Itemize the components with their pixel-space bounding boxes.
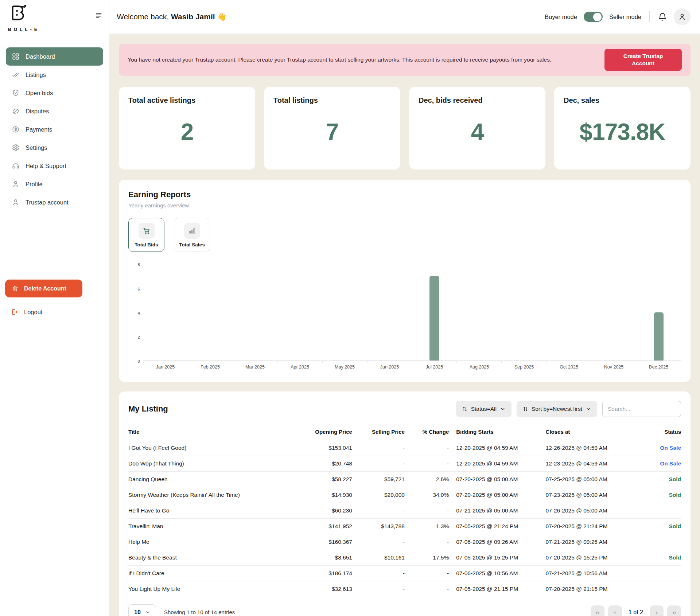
sidebar-item-label: Open bids: [26, 90, 53, 97]
sidebar-item-help-support[interactable]: Help & Support: [6, 157, 103, 175]
shield-check-icon: [12, 89, 20, 97]
profile-avatar[interactable]: [674, 8, 691, 25]
stat-card: Total active listings 2: [119, 87, 255, 169]
x-axis-label: Feb 2025: [188, 364, 233, 370]
pagination-last-button[interactable]: »: [667, 605, 681, 616]
column-title: Title: [128, 426, 297, 440]
cell-bidding-starts: 07-06-2025 @ 09:26 AM: [449, 534, 545, 550]
x-axis-label: Apr 2025: [277, 364, 322, 370]
status-filter-label: Status=All: [471, 406, 497, 412]
cell-opening-price: $8,651: [297, 550, 352, 566]
table-row: Travellin' Man $141,952 $143,788 1.3% 07…: [128, 519, 681, 534]
delete-account-button[interactable]: Delete Account: [5, 280, 82, 297]
chart-bar: [654, 312, 664, 361]
stat-value: 4: [419, 118, 536, 145]
logout-button[interactable]: Logout: [11, 308, 109, 316]
sidebar-item-label: Trustap account: [26, 199, 69, 206]
pagination-next-button[interactable]: ›: [650, 605, 664, 616]
tab-total-sales[interactable]: Total Sales: [174, 218, 210, 252]
sidebar-item-dashboard[interactable]: Dashboard: [6, 47, 103, 66]
chart-bars-icon: [184, 223, 200, 239]
stat-value: $173.8K: [564, 118, 681, 145]
headphones-icon: [12, 162, 20, 170]
cell-closes-at: 07-26-2025 @ 05:00 AM: [546, 503, 651, 519]
column-status: Status: [651, 426, 681, 440]
cell-title: He'll Have to Go: [128, 503, 297, 519]
grid-icon: [12, 52, 20, 61]
cell-opening-price: $186,174: [297, 566, 352, 581]
cell-percent-change: -: [405, 581, 449, 597]
sidebar-item-payments[interactable]: Payments: [6, 120, 103, 139]
y-axis-tick: 4: [138, 311, 140, 315]
chart-bar: [429, 276, 439, 360]
table-row: If I Didn't Care $186,174 - - 07-06-2025…: [128, 566, 681, 581]
trustap-alert-message: You have not created your Trustap accoun…: [128, 55, 595, 64]
x-axis-label: May 2025: [322, 364, 367, 370]
sidebar-nav: Dashboard Listings Open bids Disputes Pa…: [0, 47, 109, 211]
notifications-bell-icon[interactable]: [658, 12, 667, 22]
table-row: You Light Up My Life $32,613 - - 07-05-2…: [128, 581, 681, 597]
sidebar-item-disputes[interactable]: Disputes: [6, 102, 103, 120]
cell-status: [651, 503, 681, 519]
sidebar-item-trustap-account[interactable]: Trustap account: [6, 193, 103, 211]
cell-closes-at: 07-23-2025 @ 05:00 AM: [546, 487, 651, 503]
cell-opening-price: $58,227: [297, 472, 352, 487]
stat-card: Total listings 7: [264, 87, 400, 169]
pagination-prev-button[interactable]: ‹: [608, 605, 622, 616]
pagination-first-button[interactable]: «: [591, 605, 604, 616]
tab-total-bids[interactable]: Total Bids: [128, 218, 164, 252]
sidebar-item-settings[interactable]: Settings: [6, 139, 103, 157]
cell-selling-price: -: [352, 503, 405, 519]
sidebar: BOLL-E Dashboard Listings Open bids Disp…: [0, 0, 109, 616]
welcome-message: Welcome back, Wasib Jamil 👋: [117, 12, 227, 21]
app-root: BOLL-E Dashboard Listings Open bids Disp…: [0, 0, 700, 616]
table-footer: 10 Showing 1 to 10 of 14 entries « ‹ 1 o…: [128, 604, 681, 616]
cell-bidding-starts: 07-05-2025 @ 15:25 PM: [449, 550, 545, 566]
cell-selling-price: -: [352, 581, 405, 597]
cell-bidding-starts: 07-20-2025 @ 05:00 AM: [449, 472, 545, 487]
create-trustap-account-button[interactable]: Create Trustap Account: [604, 49, 682, 71]
chart-slot-may-2025: [323, 264, 368, 360]
welcome-prefix: Welcome back,: [117, 12, 171, 21]
cell-status: On Sale: [651, 456, 681, 472]
y-axis-tick: 2: [138, 335, 140, 339]
main-area: Welcome back, Wasib Jamil 👋 Buyer mode S…: [109, 0, 700, 616]
cell-closes-at: 12-23-2025 @ 04:59 AM: [546, 456, 651, 472]
sidebar-item-listings[interactable]: Listings: [6, 66, 103, 84]
cell-closes-at: 07-20-2025 @ 21:15 PM: [546, 581, 651, 597]
listings-table: Title Opening Price Selling Price % Chan…: [128, 426, 681, 597]
page-size-select[interactable]: 10: [128, 604, 156, 616]
sidebar-item-open-bids[interactable]: Open bids: [6, 84, 103, 102]
sort-filter-button[interactable]: Sort by=Newest first: [517, 401, 597, 417]
search-input[interactable]: [602, 401, 681, 417]
cell-opening-price: $14,930: [297, 487, 352, 503]
cell-opening-price: $160,367: [297, 534, 352, 550]
chart-slot-apr-2025: [278, 264, 323, 360]
cell-percent-change: 1.3%: [405, 519, 449, 534]
mode-toggle[interactable]: [584, 12, 603, 22]
sort-arrows-icon: [522, 406, 528, 412]
earning-reports-subtitle: Yearly earnings overview: [128, 202, 681, 208]
person-icon: [12, 198, 20, 206]
y-axis-tick: 6: [138, 287, 140, 291]
chart-slot-mar-2025: [233, 264, 278, 360]
status-filter-button[interactable]: Status=All: [456, 401, 512, 417]
pagination: « ‹ 1 of 2 › »: [591, 605, 681, 616]
x-axis-label: Jul 2025: [412, 364, 457, 370]
x-axis-label: Dec 2025: [636, 364, 681, 370]
cell-status: Sold: [651, 472, 681, 487]
x-axis-label: Mar 2025: [233, 364, 277, 370]
page-size-value: 10: [134, 609, 141, 616]
sidebar-item-label: Dashboard: [26, 53, 55, 60]
logout-icon: [11, 308, 18, 316]
cell-status: Sold: [651, 519, 681, 534]
cell-title: Doo Wop (That Thing): [128, 456, 297, 472]
cell-bidding-starts: 07-05-2025 @ 21:15 PM: [449, 581, 545, 597]
column-bidding-starts: Bidding Starts: [449, 426, 545, 440]
cell-title: Stormy Weather (Keeps Rainin' All the Ti…: [128, 487, 297, 503]
sidebar-item-profile[interactable]: Profile: [6, 175, 103, 193]
sidebar-collapse-icon[interactable]: [95, 12, 102, 19]
topbar: Welcome back, Wasib Jamil 👋 Buyer mode S…: [109, 0, 700, 34]
tab-label: Total Sales: [179, 242, 205, 247]
sidebar-item-label: Settings: [26, 144, 47, 151]
